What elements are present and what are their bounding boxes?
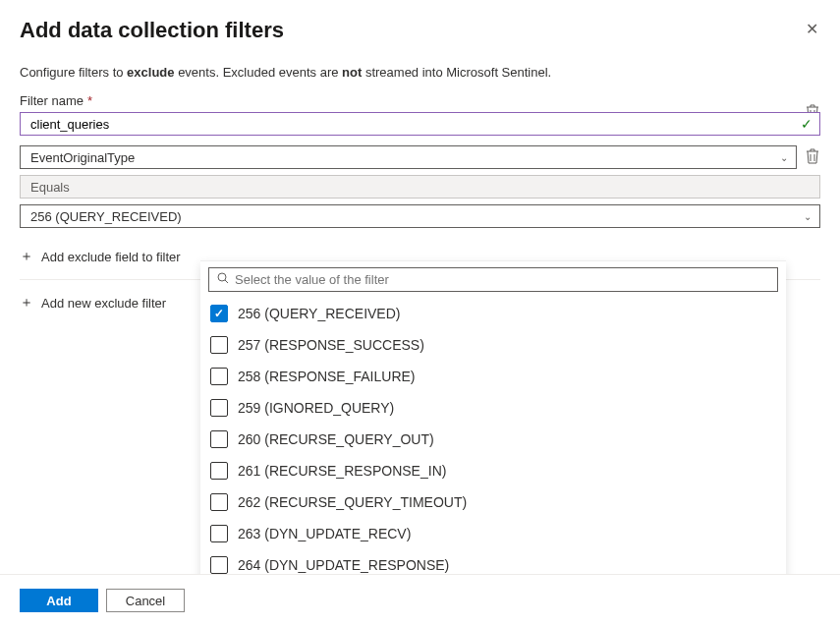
chevron-down-icon: ⌄ (804, 211, 812, 222)
plus-icon: ＋ (20, 294, 33, 312)
delete-field-icon[interactable] (805, 148, 820, 167)
checkbox[interactable] (210, 493, 228, 511)
dropdown-option[interactable]: 256 (QUERY_RECEIVED) (200, 298, 786, 329)
chevron-down-icon: ⌄ (780, 152, 788, 163)
dropdown-option[interactable]: 260 (RECURSE_QUERY_OUT) (200, 424, 786, 455)
add-button[interactable]: Add (20, 589, 98, 612)
checkbox[interactable] (210, 305, 228, 322)
checkbox[interactable] (210, 336, 228, 354)
option-label: 256 (QUERY_RECEIVED) (238, 306, 400, 321)
filter-name-label: Filter name* (20, 93, 92, 108)
close-icon[interactable]: ✕ (804, 18, 820, 40)
checkbox[interactable] (210, 368, 228, 385)
dropdown-search-input[interactable] (208, 267, 778, 292)
option-label: 261 (RECURSE_RESPONSE_IN) (238, 463, 446, 479)
option-label: 263 (DYN_UPDATE_RECV) (238, 526, 411, 541)
add-new-exclude-filter-button[interactable]: ＋ Add new exclude filter (20, 280, 166, 325)
field-select[interactable]: EventOriginalType ⌄ (20, 145, 797, 169)
dropdown-option[interactable]: 259 (IGNORED_QUERY) (200, 392, 786, 424)
value-select[interactable]: 256 (QUERY_RECEIVED) ⌄ (20, 204, 820, 228)
plus-icon: ＋ (20, 248, 33, 265)
dropdown-option[interactable]: 258 (RESPONSE_FAILURE) (200, 361, 786, 392)
validation-check-icon: ✓ (801, 116, 812, 132)
checkbox[interactable] (210, 462, 228, 480)
option-label: 262 (RECURSE_QUERY_TIMEOUT) (238, 494, 467, 510)
dropdown-option[interactable]: 262 (RECURSE_QUERY_TIMEOUT) (200, 486, 786, 518)
option-label: 258 (RESPONSE_FAILURE) (238, 369, 416, 384)
checkbox[interactable] (210, 399, 228, 417)
value-dropdown-panel: 256 (QUERY_RECEIVED)257 (RESPONSE_SUCCES… (200, 260, 786, 585)
checkbox[interactable] (210, 525, 228, 542)
footer: Add Cancel (0, 574, 840, 626)
dropdown-option[interactable]: 263 (DYN_UPDATE_RECV) (200, 518, 786, 549)
add-exclude-field-button[interactable]: ＋ Add exclude field to filter (20, 234, 181, 279)
checkbox[interactable] (210, 556, 228, 574)
option-label: 257 (RESPONSE_SUCCESS) (238, 337, 424, 353)
option-label: 259 (IGNORED_QUERY) (238, 400, 394, 416)
search-icon (217, 272, 229, 287)
description-text: Configure filters to exclude events. Exc… (20, 65, 820, 80)
options-list[interactable]: 256 (QUERY_RECEIVED)257 (RESPONSE_SUCCES… (200, 298, 786, 585)
svg-point-0 (218, 273, 226, 281)
checkbox[interactable] (210, 430, 228, 448)
cancel-button[interactable]: Cancel (106, 589, 185, 612)
option-label: 264 (DYN_UPDATE_RESPONSE) (238, 557, 449, 573)
option-label: 260 (RECURSE_QUERY_OUT) (238, 431, 434, 447)
page-title: Add data collection filters (20, 18, 284, 43)
filter-name-input[interactable] (20, 112, 820, 136)
operator-select: Equals (20, 175, 820, 199)
dropdown-option[interactable]: 261 (RECURSE_RESPONSE_IN) (200, 455, 786, 486)
dropdown-option[interactable]: 257 (RESPONSE_SUCCESS) (200, 329, 786, 361)
